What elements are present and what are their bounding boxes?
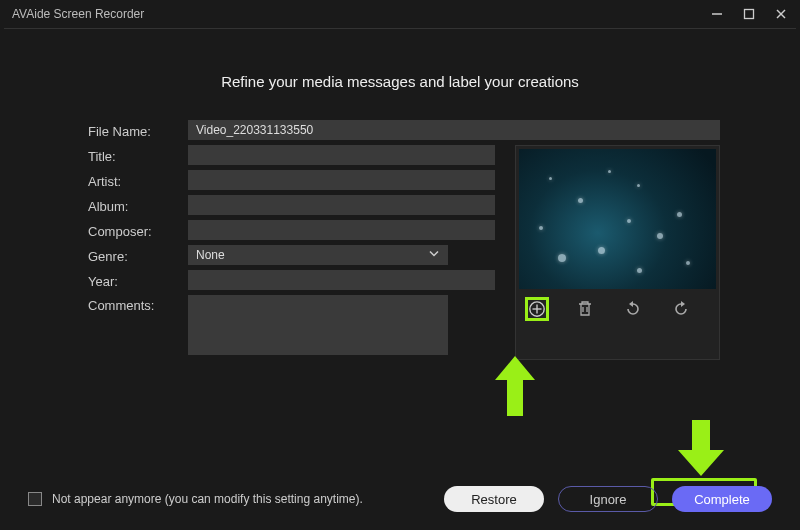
close-icon[interactable] — [774, 7, 788, 21]
label-comments: Comments: — [88, 295, 188, 313]
tutorial-arrow-add — [495, 356, 535, 416]
not-appear-checkbox[interactable] — [28, 492, 42, 506]
filename-input[interactable] — [188, 120, 720, 140]
label-album: Album: — [88, 196, 188, 214]
label-artist: Artist: — [88, 171, 188, 189]
maximize-icon[interactable] — [742, 7, 756, 21]
rotate-left-button[interactable] — [621, 297, 645, 321]
titlebar: AVAide Screen Recorder — [0, 0, 800, 28]
page-heading: Refine your media messages and label you… — [0, 73, 800, 90]
rotate-right-button[interactable] — [669, 297, 693, 321]
label-filename: File Name: — [88, 121, 188, 139]
svg-rect-1 — [745, 10, 754, 19]
footer-buttons: Restore Ignore Complete — [444, 486, 772, 512]
not-appear-label: Not appear anymore (you can modify this … — [52, 492, 363, 506]
preview-panel — [515, 145, 720, 360]
label-composer: Composer: — [88, 221, 188, 239]
footer: Not appear anymore (you can modify this … — [0, 486, 800, 512]
tutorial-arrow-complete — [678, 420, 724, 476]
delete-thumbnail-button[interactable] — [573, 297, 597, 321]
comments-input[interactable] — [188, 295, 448, 355]
genre-select[interactable] — [188, 245, 448, 265]
minimize-icon[interactable] — [710, 7, 724, 21]
album-input[interactable] — [188, 195, 495, 215]
year-input[interactable] — [188, 270, 495, 290]
composer-input[interactable] — [188, 220, 495, 240]
thumbnail-preview — [519, 149, 716, 289]
title-input[interactable] — [188, 145, 495, 165]
ignore-button[interactable]: Ignore — [558, 486, 658, 512]
window-controls — [710, 7, 788, 21]
form-left: File Name: Title: Artist: Album: Compose — [88, 120, 720, 360]
label-genre: Genre: — [88, 246, 188, 264]
restore-button[interactable]: Restore — [444, 486, 544, 512]
genre-value[interactable] — [188, 245, 448, 265]
app-title: AVAide Screen Recorder — [12, 7, 144, 21]
divider — [4, 28, 796, 29]
complete-button[interactable]: Complete — [672, 486, 772, 512]
thumbnail-tools — [519, 289, 716, 325]
add-thumbnail-button[interactable] — [525, 297, 549, 321]
form-area: File Name: Title: Artist: Album: Compose — [0, 120, 800, 360]
label-title: Title: — [88, 146, 188, 164]
label-year: Year: — [88, 271, 188, 289]
artist-input[interactable] — [188, 170, 495, 190]
